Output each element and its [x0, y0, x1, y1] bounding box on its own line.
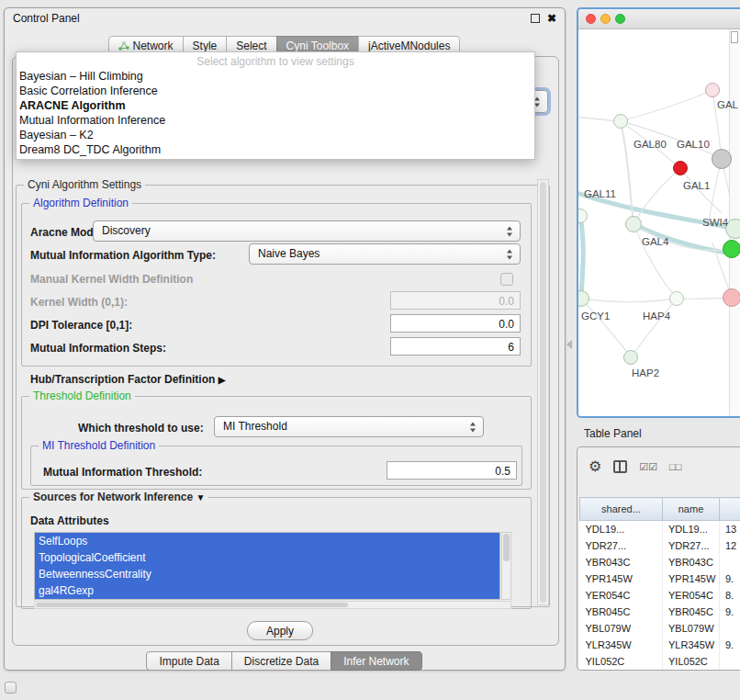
table-row: YBR043CYBR043C	[580, 554, 740, 570]
table-cell[interactable]	[720, 620, 740, 637]
tab-label: Cyni Toolbox	[286, 40, 349, 52]
bottom-tab-bar: Impute DataDiscretize DataInfer Network	[5, 651, 565, 671]
kernel-width-field[interactable]: 0.0	[390, 291, 521, 310]
algorithm-option-basic-correlation-inference[interactable]: Basic Correlation Inference	[17, 84, 534, 98]
network-node[interactable]	[705, 83, 720, 97]
algorithm-option-dream8-dc-tdc-algorithm[interactable]: Dream8 DC_TDC Algorithm	[17, 142, 534, 157]
algorithm-option-mutual-information-inference[interactable]: Mutual Information Inference	[17, 113, 534, 128]
table-cell[interactable]: YDR27...	[580, 537, 663, 554]
mi-steps-field[interactable]: 6	[390, 337, 521, 356]
algorithm-option-aracne-algorithm[interactable]: ARACNE Algorithm	[17, 98, 534, 113]
table-cell[interactable]: 9.	[720, 604, 740, 620]
table-cell[interactable]: YER054C	[580, 587, 663, 604]
table-cell[interactable]: YER054C	[663, 587, 720, 604]
node-label-gal1: GAL1	[683, 180, 710, 191]
columns-icon[interactable]	[613, 460, 627, 473]
data-attributes-list[interactable]: SelfLoopsTopologicalCoefficientBetweenne…	[34, 532, 500, 600]
table-cell[interactable]: 12	[720, 537, 740, 554]
tab-impute-data[interactable]: Impute Data	[146, 651, 231, 671]
close-traffic-icon[interactable]	[586, 14, 596, 24]
attribute-item-selfloops[interactable]: SelfLoops	[35, 533, 499, 549]
attr-list-vscrollbar[interactable]	[501, 532, 511, 600]
table-cell[interactable]: YBR045C	[663, 604, 720, 620]
network-node[interactable]	[613, 114, 628, 129]
table-cell[interactable]: YBR043C	[663, 554, 720, 570]
threshold-definition-title: Threshold Definition	[29, 390, 135, 402]
settings-scrollbar[interactable]	[537, 179, 549, 605]
column-header-shared[interactable]: shared...	[580, 498, 663, 521]
attribute-item-gal4rgexp[interactable]: gal4RGexp	[35, 582, 499, 599]
column-header-name[interactable]: name	[663, 498, 720, 521]
table-cell[interactable]: YIL052C	[663, 653, 720, 670]
table-cell[interactable]: YPR145W	[580, 570, 663, 587]
column-header-col3[interactable]	[720, 498, 740, 521]
table-cell[interactable]: YBR043C	[580, 554, 663, 570]
gear-icon[interactable]: ⚙	[589, 459, 601, 474]
table-panel-dock: Table Panel ⚙ ☑☑ □□ shared...name YDL19.…	[577, 424, 740, 671]
attribute-item-topologicalcoefficient[interactable]: TopologicalCoefficient	[35, 549, 499, 566]
network-node[interactable]	[625, 216, 642, 232]
dpi-tolerance-field[interactable]: 0.0	[390, 314, 521, 333]
control-panel-titlebar[interactable]: Control Panel ✖	[5, 8, 565, 28]
which-threshold-combo[interactable]: MI Threshold	[214, 416, 484, 437]
table-cell[interactable]: YBR045C	[580, 604, 663, 620]
tab-infer-network[interactable]: Infer Network	[331, 651, 421, 671]
algorithm-option-bayesian-k2[interactable]: Bayesian – K2	[17, 128, 534, 142]
table-cell[interactable]: YDL19...	[663, 521, 720, 538]
table-cell[interactable]: YLR345W	[663, 637, 720, 653]
show-columns-icon[interactable]: ☑☑	[639, 461, 657, 473]
network-canvas[interactable]: GALGAL80GAL10GAL11GAL1SWI4GAL4GCY1HAP4HA…	[578, 29, 740, 416]
table-cell[interactable]: 9.	[720, 570, 740, 587]
node-label-swi4: SWI4	[702, 217, 728, 228]
table-cell[interactable]: YDR27...	[663, 537, 720, 554]
zoom-traffic-icon[interactable]	[615, 14, 625, 24]
table-cell[interactable]: YIL052C	[580, 653, 663, 670]
table-cell[interactable]: YPR145W	[663, 570, 720, 587]
splitter-collapse-icon[interactable]	[566, 340, 572, 349]
network-node[interactable]	[723, 240, 740, 258]
cyni-algorithm-settings-title: Cyni Algorithm Settings	[24, 178, 145, 191]
table-row: YDR27...YDR27...12	[580, 537, 740, 554]
sources-group-title[interactable]: Sources for Network Inference ▼	[29, 491, 208, 503]
table-cell[interactable]	[720, 653, 740, 670]
table-cell[interactable]: 8.	[720, 587, 740, 604]
tab-label: Network	[133, 40, 174, 52]
tab-discretize-data[interactable]: Discretize Data	[231, 651, 331, 671]
table-cell[interactable]	[720, 554, 740, 570]
hub-section-label[interactable]: Hub/Transcription Factor Definition ▶	[30, 373, 225, 386]
network-node[interactable]	[723, 288, 740, 307]
table-cell[interactable]: YBL079W	[580, 620, 663, 637]
network-node[interactable]	[673, 161, 688, 175]
data-attributes-label: Data Attributes	[30, 514, 109, 527]
table-cell[interactable]: YBL079W	[663, 620, 720, 637]
aracne-mode-value: Discovery	[102, 224, 151, 237]
network-scroll-thumb[interactable]	[731, 31, 738, 43]
aracne-mode-combo[interactable]: Discovery	[93, 220, 521, 242]
table-row: YLR345WYLR345W9.	[580, 637, 740, 653]
table-row: YPR145WYPR145W9.	[580, 570, 740, 587]
hide-columns-icon[interactable]: □□	[669, 461, 681, 472]
table-row: YBL079WYBL079W	[580, 620, 740, 637]
attribute-item-betweennesscentrality[interactable]: BetweennessCentrality	[35, 566, 499, 582]
mi-type-combo[interactable]: Naive Bayes	[249, 243, 521, 265]
close-icon[interactable]: ✖	[547, 14, 556, 23]
network-node[interactable]	[712, 149, 732, 169]
minimize-traffic-icon[interactable]	[600, 14, 611, 24]
table-cell[interactable]: 9.	[720, 637, 740, 653]
table-cell[interactable]: 13	[720, 521, 740, 538]
apply-button[interactable]: Apply	[247, 621, 313, 640]
algorithm-option-bayesian-hill-climbing[interactable]: Bayesian – Hill Climbing	[17, 69, 534, 84]
float-window-icon[interactable]	[531, 14, 540, 23]
table-cell[interactable]: YLR345W	[580, 637, 663, 653]
table-cell[interactable]: YDL19...	[580, 521, 663, 538]
mi-threshold-field[interactable]: 0.5	[387, 461, 517, 480]
network-window-titlebar[interactable]	[578, 9, 740, 29]
minimized-panel-icon[interactable]	[5, 682, 17, 694]
algorithm-definition-title: Algorithm Definition	[29, 197, 132, 209]
network-node[interactable]	[623, 350, 638, 365]
attr-list-hscrollbar[interactable]	[34, 601, 511, 609]
manual-kernel-checkbox[interactable]	[500, 273, 513, 286]
network-node[interactable]	[669, 291, 684, 306]
network-view-window[interactable]: GALGAL80GAL10GAL11GAL1SWI4GAL4GCY1HAP4HA…	[577, 7, 740, 418]
algorithm-options-list: Bayesian – Hill ClimbingBasic Correlatio…	[17, 69, 534, 157]
